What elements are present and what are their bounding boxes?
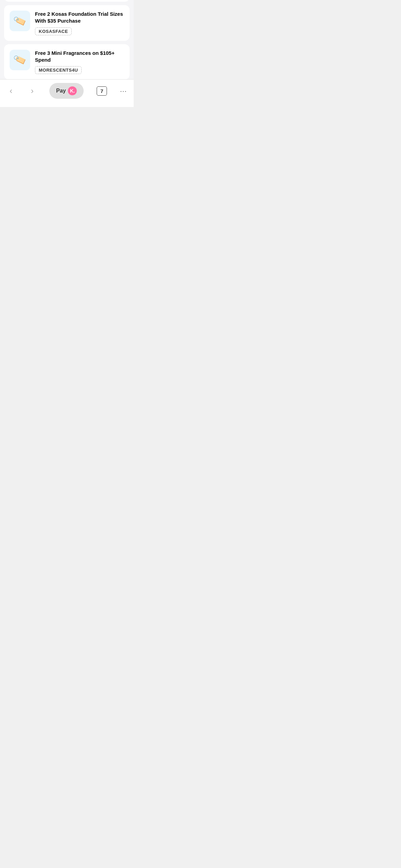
coupon-icon-2: 🏷️ xyxy=(10,11,30,31)
coupon-title-3: Free 3 Mini Fragrances on $105+ Spend xyxy=(35,50,124,64)
klarna-k-icon: K. xyxy=(68,86,77,95)
coupon-info-2: Free 2 Kosas Foundation Trial Sizes With… xyxy=(35,11,124,35)
bottom-nav: ‹ › Pay K. 7 ··· xyxy=(0,79,134,107)
pay-klarna-button[interactable]: Pay K. xyxy=(49,83,84,99)
coupon-info-3: Free 3 Mini Fragrances on $105+ Spend MO… xyxy=(35,50,124,74)
coupon-code-2: KOSASFACE xyxy=(35,27,72,35)
coupon-title-2: Free 2 Kosas Foundation Trial Sizes With… xyxy=(35,11,124,25)
back-button[interactable]: ‹ xyxy=(7,85,15,97)
coupon-card-1[interactable]: 🏷️ Free 1 Hydrating Skincare Trial Size … xyxy=(4,0,130,2)
coupon-tag-icon-3: 🏷️ xyxy=(12,52,27,67)
pay-label: Pay xyxy=(56,88,66,94)
forward-button[interactable]: › xyxy=(28,85,36,97)
coupon-tag-icon-2: 🏷️ xyxy=(12,14,27,28)
coupon-card-2[interactable]: 🏷️ Free 2 Kosas Foundation Trial Sizes W… xyxy=(4,5,130,41)
coupon-icon-3: 🏷️ xyxy=(10,50,30,70)
coupon-card-3[interactable]: 🏷️ Free 3 Mini Fragrances on $105+ Spend… xyxy=(4,44,130,80)
coupon-list: 🏷️ Free 1 Hydrating Skincare Trial Size … xyxy=(0,0,134,80)
more-options-button[interactable]: ··· xyxy=(120,87,127,95)
coupon-code-3: MORESCENTS4U xyxy=(35,66,82,74)
tabs-count[interactable]: 7 xyxy=(97,86,107,96)
